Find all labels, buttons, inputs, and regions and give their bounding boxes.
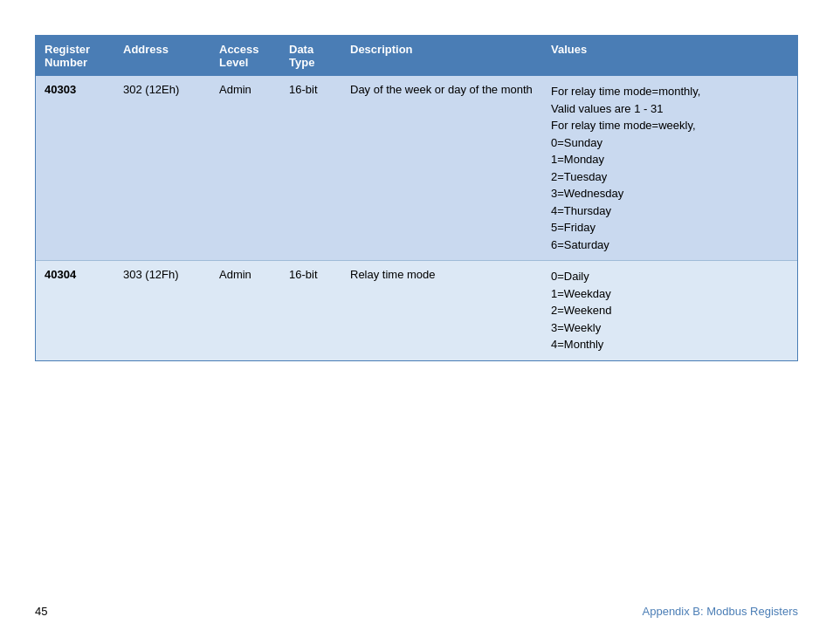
table-row: 40303302 (12Eh)Admin16-bitDay of the wee… xyxy=(36,76,797,261)
cell-description-40303: Day of the week or day of the month xyxy=(341,76,542,261)
header-register-number: RegisterNumber xyxy=(36,36,114,76)
cell-datatype-40303: 16-bit xyxy=(280,76,341,261)
header-data-type: DataType xyxy=(280,36,341,76)
table-row: 40304303 (12Fh)Admin16-bitRelay time mod… xyxy=(36,261,797,360)
cell-access-40303: Admin xyxy=(210,76,280,261)
cell-values-40304: 0=Daily 1=Weekday 2=Weekend 3=Weekly 4=M… xyxy=(542,261,797,360)
cell-datatype-40304: 16-bit xyxy=(280,261,341,360)
header-address: Address xyxy=(114,36,210,76)
registers-table: RegisterNumber Address AccessLevel DataT… xyxy=(36,36,797,360)
header-description: Description xyxy=(341,36,542,76)
page-footer: 45 Appendix B: Modbus Registers xyxy=(35,605,798,618)
header-access-level: AccessLevel xyxy=(210,36,280,76)
table-body: 40303302 (12Eh)Admin16-bitDay of the wee… xyxy=(36,76,797,360)
cell-address-40303: 302 (12Eh) xyxy=(114,76,210,261)
cell-register-40304: 40304 xyxy=(36,261,114,360)
footer-appendix-text: Appendix B: Modbus Registers xyxy=(643,605,798,618)
cell-address-40304: 303 (12Fh) xyxy=(114,261,210,360)
registers-table-wrapper: RegisterNumber Address AccessLevel DataT… xyxy=(35,35,798,361)
page-container: RegisterNumber Address AccessLevel DataT… xyxy=(0,0,833,644)
cell-values-40303: For relay time mode=monthly, Valid value… xyxy=(542,76,797,261)
cell-description-40304: Relay time mode xyxy=(341,261,542,360)
page-number: 45 xyxy=(35,605,47,618)
cell-access-40304: Admin xyxy=(210,261,280,360)
header-values: Values xyxy=(542,36,797,76)
cell-register-40303: 40303 xyxy=(36,76,114,261)
table-header-row: RegisterNumber Address AccessLevel DataT… xyxy=(36,36,797,76)
